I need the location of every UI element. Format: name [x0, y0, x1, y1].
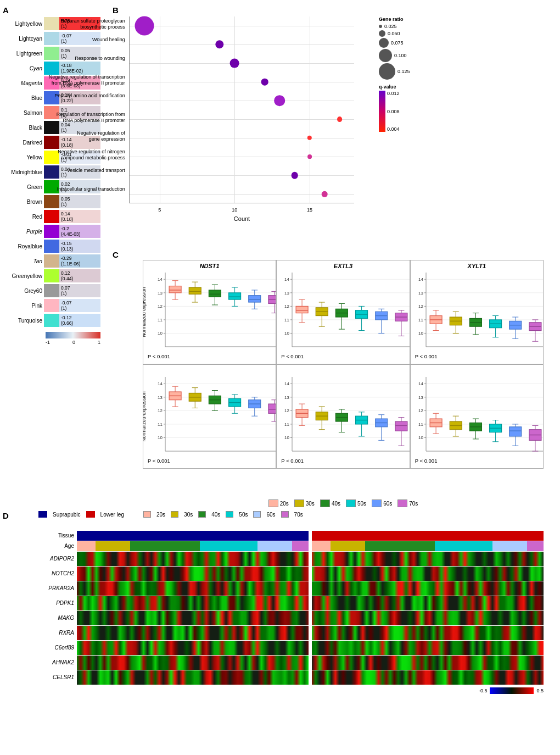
hm-value: -0.29 (1.1E-06)	[59, 254, 100, 268]
gene-heatmap-strip	[312, 626, 544, 640]
hm-row-label: Greenyellow	[3, 273, 44, 279]
boxplot-cell: 1011121314XYLT1P < 0.001	[410, 260, 544, 364]
hm-value: -0.18 (1.98E-02)	[59, 62, 100, 75]
gene-label: CELSR1	[38, 670, 77, 685]
tissue-label: Suprapubic	[53, 512, 81, 518]
hm-color-box	[44, 269, 59, 282]
age-segment	[492, 541, 527, 551]
dotplot-grid-line	[130, 157, 354, 157]
legend-color-bar	[490, 687, 534, 694]
dotplot-vgrid-line	[234, 16, 235, 203]
svg-text:13: 13	[418, 291, 423, 296]
hm-row-label: Red	[3, 214, 44, 220]
svg-text:12: 12	[284, 408, 289, 413]
svg-text:14: 14	[158, 277, 163, 282]
age-segment	[257, 541, 292, 551]
gene-heatmap-row: NOTCH2	[38, 567, 544, 581]
legend-item: 20s	[268, 499, 289, 507]
dotplot-y-label: Heparan sulfate proteoglycan biosyntheti…	[0, 18, 125, 30]
hm-value: 0.07 (1)	[59, 284, 100, 297]
dotplot-grid-line	[130, 175, 354, 176]
legend-color-bar	[379, 91, 385, 132]
age-swatch	[281, 511, 289, 518]
age-segment	[312, 541, 331, 551]
age-swatch	[171, 511, 178, 518]
legend-size-item: 0.100	[379, 49, 434, 62]
heatmap-row: Brown 0.05 (1)	[3, 195, 104, 209]
gene-label: PDPK1	[38, 596, 77, 610]
gene-heatmap-strip	[77, 670, 309, 685]
svg-rect-306	[509, 427, 521, 436]
gene-heatmap-strip	[77, 656, 309, 670]
panel-c-label: C	[113, 250, 119, 259]
legend-swatch	[346, 499, 356, 507]
dotplot-dot	[261, 79, 268, 86]
legend-max-label: 0.5	[536, 688, 544, 693]
svg-text:11: 11	[284, 318, 289, 323]
legend-label: 30s	[306, 501, 315, 507]
gene-heatmap-strip	[312, 656, 544, 670]
tissue-bar-row: Tissue	[38, 531, 544, 541]
svg-rect-35	[229, 293, 241, 299]
age-segment	[292, 541, 309, 551]
pvalue-label: P < 0.001	[148, 458, 170, 464]
age-row-label: Age	[38, 541, 77, 551]
heatmap-row: Greenyellow 0.12 (0.44)	[3, 269, 104, 283]
legend-swatch	[294, 499, 304, 507]
svg-text:14: 14	[418, 277, 423, 282]
dotplot-dot	[230, 59, 239, 68]
boxplot-grid: 1011121314NDST1P < 0.001Lower legNormali…	[143, 260, 544, 469]
gene-heatmap-row: PRKAR2A	[38, 581, 544, 596]
age-swatch	[226, 511, 233, 518]
gene-label: XYLT1	[468, 263, 486, 269]
boxplot-legend: 20s30s40s50s60s70s	[143, 499, 544, 507]
gene-label: MAKG	[38, 611, 77, 625]
hm-value: -0.07 (1)	[59, 299, 100, 312]
gene-label: AHNAK2	[38, 656, 77, 670]
age-segment	[96, 541, 130, 551]
gene-heatmap-row: C6orf89	[38, 641, 544, 655]
svg-text:14: 14	[418, 381, 423, 386]
age-swatch	[253, 511, 261, 518]
boxplot-cell: 1011121314P < 0.001	[276, 364, 410, 469]
dotplot-grid-line	[130, 45, 354, 45]
hm-row-label: Grey60	[3, 288, 44, 294]
svg-text:13: 13	[158, 395, 163, 400]
dotplot-grid-line	[130, 63, 354, 64]
age-segment	[130, 541, 200, 551]
boxplot-cell: 1011121314NDST1P < 0.001Lower legNormali…	[143, 260, 276, 364]
svg-text:10: 10	[158, 331, 163, 336]
gene-heatmap-row: PDPK1	[38, 596, 544, 610]
age-label: 50s	[239, 512, 248, 518]
svg-text:10: 10	[158, 435, 163, 440]
panel-d: D Suprapubic Lower leg 20s 30s 40s 50s 6…	[0, 511, 555, 747]
age-swatch	[198, 511, 206, 518]
gene-label: RXRA	[38, 626, 77, 640]
dotplot-y-label: Peptidyl amino acid modification	[0, 93, 125, 99]
boxplot-cell: 1011121314P < 0.001	[410, 364, 544, 469]
dotplot-grid-line	[130, 26, 354, 26]
gene-label: C6orf89	[38, 641, 77, 655]
hm-color-box	[44, 62, 59, 75]
dotplot-area: Count Heparan sulfate proteoglycan biosy…	[129, 16, 354, 203]
age-label: 60s	[266, 512, 275, 518]
hm-color-box	[44, 254, 59, 268]
dotplot-x-tick: 5	[158, 207, 161, 213]
dotplot-dot	[307, 154, 312, 159]
age-label: 20s	[156, 512, 165, 518]
svg-text:12: 12	[418, 304, 423, 309]
dotplot-dot	[275, 95, 285, 106]
dotplot-y-label: Negative regulation of gene expression	[0, 130, 125, 142]
gene-heatmap-strip	[312, 552, 544, 566]
gene-heatmap-strip	[312, 641, 544, 655]
tissue-age-legend: Suprapubic Lower leg 20s 30s 40s 50s 60s…	[38, 511, 303, 518]
dotplot-dot	[322, 191, 328, 197]
dotplot-y-label: Vesicle mediated transport	[0, 168, 125, 174]
heatmap-d: TissueAgeADIPOR2NOTCH2PRKAR2APDPK1MAKGRX…	[38, 531, 544, 694]
heatmap-row: Red 0.14 (0.18)	[3, 209, 104, 224]
panel-a-label: A	[3, 5, 9, 15]
hm-color-box	[44, 195, 59, 208]
legend-color-title: q-value	[379, 84, 434, 90]
legend-label: 20s	[280, 501, 289, 507]
y-axis-label: Normalized expression	[143, 287, 147, 337]
